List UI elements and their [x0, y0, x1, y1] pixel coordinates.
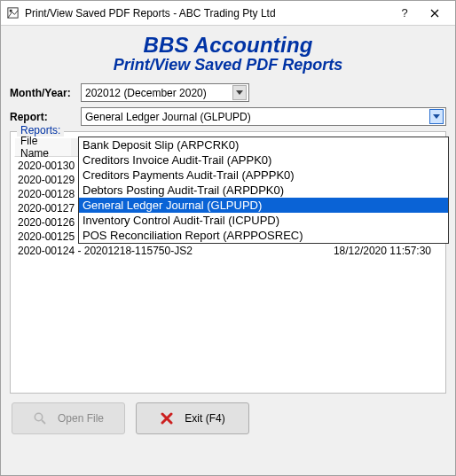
close-button[interactable] — [420, 4, 450, 22]
svg-line-3 — [42, 420, 45, 424]
window-title: Print/View Saved PDF Reports - ABC Tradi… — [25, 7, 276, 20]
file-name: 2020-00128 — [18, 187, 75, 201]
svg-point-2 — [35, 413, 42, 420]
file-name: 2020-00127 — [18, 201, 75, 215]
exit-button[interactable]: Exit (F4) — [136, 402, 249, 434]
monthyear-dropdown-button[interactable] — [232, 85, 247, 100]
reports-group-label: Reports: — [17, 124, 64, 137]
report-label: Report: — [10, 111, 81, 123]
report-combobox[interactable]: General Ledger Journal (GLPUPD) — [81, 107, 446, 126]
file-name: 2020-00130 — [18, 159, 75, 173]
app-name: BBS Accounting — [6, 33, 450, 58]
open-file-label: Open File — [58, 412, 104, 425]
file-name: 2020-00129 — [18, 173, 75, 187]
dropdown-option[interactable]: Creditors Payments Audit-Trail (APPPK0) — [79, 168, 448, 183]
dropdown-option[interactable]: POS Reconciliation Report (ARPPOSREC) — [79, 228, 448, 243]
monthyear-value: 202012 (December 2020) — [85, 87, 207, 99]
file-name: 2020-00126 — [18, 215, 75, 230]
page-subtitle: Print/View Saved PDF Reports — [6, 56, 450, 74]
magnifier-icon — [33, 411, 47, 425]
monthyear-label: Month/Year: — [10, 87, 81, 99]
file-date: 18/12/2020 11:57:30 — [334, 244, 438, 258]
svg-rect-1 — [10, 10, 12, 12]
file-name: 2020-00124 - 20201218-115750-JS2 — [18, 244, 193, 258]
open-file-button[interactable]: Open File — [12, 402, 125, 434]
exit-label: Exit (F4) — [185, 412, 224, 425]
dropdown-option[interactable]: Debtors Posting Audit-Trail (ARPDPK0) — [79, 183, 448, 198]
titlebar: Print/View Saved PDF Reports - ABC Tradi… — [1, 1, 455, 26]
report-dropdown-button[interactable] — [429, 109, 444, 124]
list-item[interactable]: 2020-00124 - 20201218-115750-JS218/12/20… — [14, 244, 442, 258]
window: Print/View Saved PDF Reports - ABC Tradi… — [0, 0, 456, 476]
dropdown-option[interactable]: Inventory Control Audit-Trail (ICPUPD) — [79, 213, 448, 228]
close-icon — [160, 411, 174, 425]
monthyear-combobox[interactable]: 202012 (December 2020) — [81, 83, 249, 102]
help-button[interactable]: ? — [389, 4, 420, 22]
column-filename[interactable]: File Name — [14, 137, 71, 157]
report-value: General Ledger Journal (GLPUPD) — [85, 111, 251, 123]
dropdown-option[interactable]: Bank Deposit Slip (ARPCRK0) — [79, 137, 448, 152]
heading: BBS Accounting Print/View Saved PDF Repo… — [6, 33, 450, 74]
app-icon — [6, 6, 20, 20]
report-dropdown-list[interactable]: Bank Deposit Slip (ARPCRK0)Creditors Inv… — [78, 137, 449, 244]
dropdown-option[interactable]: General Ledger Journal (GLPUPD) — [79, 198, 448, 213]
dropdown-option[interactable]: Creditors Invoice Audit-Trail (APPK0) — [79, 152, 448, 168]
